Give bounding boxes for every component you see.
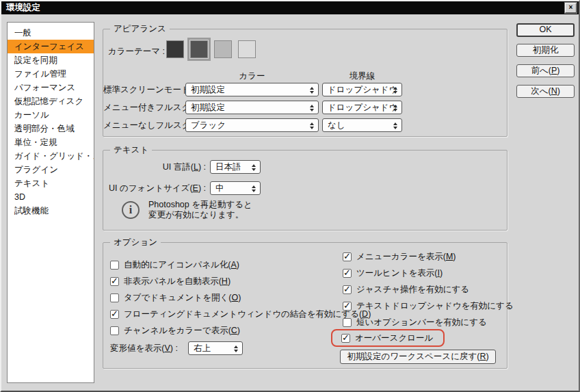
sidebar-item-general[interactable]: 一般 xyxy=(8,26,94,40)
text-group: テキスト UI 言語(L) : 日本語 UI のフォントサイズ(E) : 中 i… xyxy=(103,150,508,231)
ui-font-size-label: UI のフォントサイズ(E) : xyxy=(103,181,206,195)
title-bar: 環境設定 × xyxy=(1,1,579,14)
checkbox-overscroll[interactable] xyxy=(341,334,350,343)
color-theme-swatch-light[interactable] xyxy=(214,40,232,58)
checkbox-enable-gestures[interactable] xyxy=(343,285,352,294)
combo-value: 右上 xyxy=(194,343,211,354)
sidebar-item-interface[interactable]: インターフェイス xyxy=(8,40,94,53)
color-theme-swatch-darkest[interactable] xyxy=(166,40,184,58)
color-theme-swatch-lightest[interactable] xyxy=(238,40,256,58)
checkbox-auto-show-hidden-panels[interactable] xyxy=(110,277,119,286)
ok-button[interactable]: OK xyxy=(516,23,575,37)
appearance-group-title: アピアランス xyxy=(110,23,170,34)
color-theme-label: カラーテーマ : xyxy=(107,42,165,60)
sidebar-item-technology-previews[interactable]: 試験機能 xyxy=(8,204,94,218)
sidebar-item-cursors[interactable]: カーソル xyxy=(8,108,94,122)
checkbox-show-menu-colors[interactable] xyxy=(343,252,352,261)
checkbox-enable-text-drop-shadows[interactable] xyxy=(343,302,352,311)
option-enable-gestures[interactable]: ジャスチャ操作を有効にする xyxy=(343,284,469,296)
option-auto-show-hidden-panels[interactable]: 非表示パネルを自動表示(H) xyxy=(110,276,230,287)
transform-values-label: 変形値を表示(V) : xyxy=(110,343,178,354)
option-enable-text-drop-shadows[interactable]: テキストドロップシャドウを有効にする xyxy=(343,300,514,312)
sidebar-item-3d[interactable]: 3D xyxy=(8,190,94,204)
sidebar-item-transparency-gamut[interactable]: 透明部分・色域 xyxy=(8,122,94,135)
combo-value: ドロップシャドウ xyxy=(328,102,397,114)
option-label: フローティングドキュメントウィンドウの結合を有効にする(D) xyxy=(124,309,371,320)
ui-language-select[interactable]: 日本語 xyxy=(210,160,261,174)
sidebar-item-type[interactable]: テキスト xyxy=(8,177,94,190)
updown-arrows-icon xyxy=(393,103,398,112)
sidebar-item-scratch-disks[interactable]: 仮想記憶ディスク xyxy=(8,94,94,108)
sidebar-item-performance[interactable]: パフォーマンス xyxy=(8,81,94,94)
preferences-dialog: 環境設定 × 一般 インターフェイス 設定を同期 ファイル管理 パフォーマンス … xyxy=(0,0,580,392)
restart-note: Photoshop を再起動すると 変更が有効になります。 xyxy=(148,200,252,220)
combo-value: 日本語 xyxy=(215,161,241,173)
updown-arrows-icon xyxy=(251,163,256,172)
fullscreen-no-menu-color-select[interactable]: ブラック xyxy=(185,118,319,132)
dialog-title: 環境設定 xyxy=(6,3,40,12)
option-label: タブでドキュメントを開く(O) xyxy=(124,292,241,304)
standard-screen-mode-color-select[interactable]: 初期設定 xyxy=(185,83,319,96)
checkbox-show-channels-in-color[interactable] xyxy=(110,326,119,335)
updown-arrows-icon xyxy=(251,184,256,193)
option-auto-iconify-panels[interactable]: 自動的にアイコンパネル化(A) xyxy=(110,259,239,271)
fullscreen-with-menu-border-select[interactable]: ドロップシャドウ xyxy=(322,101,402,114)
overscroll-annotation-highlight: オーバースクロール xyxy=(331,329,445,347)
updown-arrows-icon xyxy=(309,86,315,94)
checkbox-show-tool-tips[interactable] xyxy=(343,269,352,278)
standard-screen-mode-row: 標準スクリーンモード : 初期設定 ドロップシャドウ xyxy=(103,83,507,96)
option-show-channels-in-color[interactable]: チャンネルをカラーで表示(C) xyxy=(110,325,240,337)
color-theme-swatch-dark[interactable] xyxy=(190,40,208,58)
fullscreen-no-menu-label: メニューなしフルスクリーン : xyxy=(103,118,181,132)
text-group-title: テキスト xyxy=(110,144,152,155)
appearance-group: アピアランス カラーテーマ : カラー 境界線 標準スクリーンモード : 初期設… xyxy=(103,29,508,137)
sidebar-item-file-handling[interactable]: ファイル管理 xyxy=(8,67,94,81)
option-show-tool-tips[interactable]: ツールヒントを表示(I) xyxy=(343,267,443,279)
checkbox-enable-floating-window-docking[interactable] xyxy=(110,310,119,319)
reset-workspace-button[interactable]: 初期設定のワークスペースに戻す(R) xyxy=(340,350,496,364)
fullscreen-with-menu-label: メニュー付きフルスクリーン : xyxy=(103,101,181,114)
close-icon[interactable]: × xyxy=(565,3,577,13)
color-theme-swatches xyxy=(166,40,256,58)
reset-defaults-button[interactable]: 初期化 xyxy=(516,44,575,57)
updown-arrows-icon xyxy=(309,121,315,130)
sidebar-item-plugins[interactable]: プラグイン xyxy=(8,163,94,177)
checkbox-auto-iconify-panels[interactable] xyxy=(110,261,119,270)
fullscreen-no-menu-border-select[interactable]: なし xyxy=(322,118,402,132)
sidebar-item-units-rulers[interactable]: 単位・定規 xyxy=(8,135,94,149)
option-enable-narrow-options-bar[interactable]: 短いオプションバーを有効にする xyxy=(343,317,487,328)
option-label: ツールヒントを表示(I) xyxy=(356,267,443,279)
sidebar-item-sync-settings[interactable]: 設定を同期 xyxy=(8,53,94,67)
standard-screen-mode-border-select[interactable]: ドロップシャドウ xyxy=(322,83,402,96)
options-group: オプション 自動的にアイコンパネル化(A) 非表示パネルを自動表示(H) タブで… xyxy=(103,242,508,369)
option-label: 非表示パネルを自動表示(H) xyxy=(124,276,230,287)
option-show-menu-colors[interactable]: メニューカラーを表示(M) xyxy=(343,251,456,263)
option-label: 自動的にアイコンパネル化(A) xyxy=(124,259,239,271)
ui-font-size-select[interactable]: 中 xyxy=(210,181,261,195)
next-button[interactable]: 次へ(N) xyxy=(516,85,575,98)
option-label: オーバースクロール xyxy=(355,332,433,344)
fullscreen-with-menu-color-select[interactable]: 初期設定 xyxy=(185,101,319,114)
checkbox-enable-narrow-options-bar[interactable] xyxy=(343,318,352,327)
option-enable-floating-window-docking[interactable]: フローティングドキュメントウィンドウの結合を有効にする(D) xyxy=(110,309,371,320)
options-group-title: オプション xyxy=(110,237,161,248)
combo-value: ブラック xyxy=(191,120,226,131)
color-column-header: カラー xyxy=(185,70,319,82)
standard-screen-mode-label: 標準スクリーンモード : xyxy=(103,83,181,96)
fullscreen-no-menu-row: メニューなしフルスクリーン : ブラック なし xyxy=(103,118,507,132)
updown-arrows-icon xyxy=(393,86,398,94)
restart-note-line1: Photoshop を再起動すると xyxy=(148,200,252,210)
option-label: メニューカラーを表示(M) xyxy=(356,251,456,263)
prev-button[interactable]: 前へ(P) xyxy=(516,64,575,77)
updown-arrows-icon xyxy=(233,344,239,353)
sidebar-item-guides-grid-slices[interactable]: ガイド・グリッド・スライス xyxy=(8,149,94,163)
checkbox-open-documents-as-tabs[interactable] xyxy=(110,293,119,302)
option-label: 短いオプションバーを有効にする xyxy=(356,317,487,328)
option-open-documents-as-tabs[interactable]: タブでドキュメントを開く(O) xyxy=(110,292,241,304)
combo-value: 初期設定 xyxy=(191,102,225,114)
border-column-header: 境界線 xyxy=(322,70,402,82)
ui-language-label: UI 言語(L) : xyxy=(103,160,206,174)
transform-values-position-select[interactable]: 右上 xyxy=(188,341,243,355)
option-label: テキストドロップシャドウを有効にする xyxy=(356,300,514,312)
option-label: チャンネルをカラーで表示(C) xyxy=(124,325,240,337)
